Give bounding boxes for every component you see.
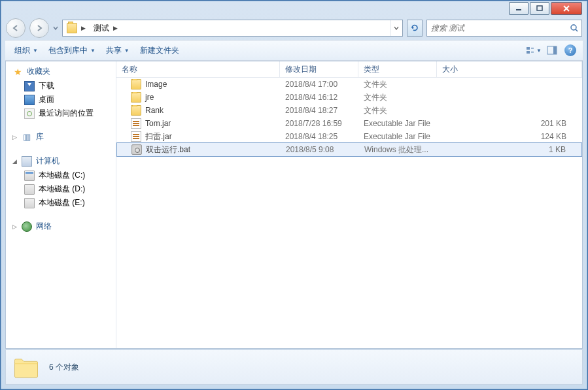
toolbar-new-folder[interactable]: 新建文件夹 (135, 42, 184, 59)
address-segment-current[interactable]: 测试 ▶ (90, 20, 122, 36)
file-date: 2018/7/28 16:59 (280, 119, 358, 128)
svg-rect-6 (531, 52, 534, 53)
folder-icon (67, 23, 77, 33)
file-row[interactable]: 扫雷.jar2018/8/4 18:25Executable Jar File1… (116, 130, 582, 143)
column-header-size[interactable]: 大小 (437, 61, 582, 77)
file-date: 2018/8/4 17:00 (280, 80, 358, 89)
network-icon (22, 221, 32, 232)
svg-rect-5 (531, 48, 534, 49)
explorer-window: ▶ 测试 ▶ 组织 ▼ 包含到库中 (0, 0, 588, 390)
recent-icon (24, 108, 35, 119)
sidebar-item-drive-c[interactable]: 本地磁盘 (C:) (6, 169, 116, 182)
library-icon: ▥ (22, 132, 32, 142)
maximize-button[interactable] (530, 2, 549, 15)
collapse-icon: ◢ (12, 158, 18, 165)
svg-rect-0 (516, 9, 521, 10)
column-header-type-label: 类型 (364, 64, 379, 75)
search-icon (570, 24, 579, 33)
expand-icon: ▷ (12, 223, 18, 230)
sidebar-computer-header[interactable]: ◢ 计算机 (6, 154, 116, 169)
sidebar-item-drive-e[interactable]: 本地磁盘 (E:) (6, 196, 116, 210)
folder-icon (131, 79, 141, 89)
chevron-down-icon: ▼ (124, 48, 130, 54)
column-header-row: 名称 修改日期 类型 大小 (116, 61, 582, 78)
file-list[interactable]: Image2018/8/4 17:00文件夹jre2018/8/4 16:12文… (116, 78, 582, 348)
drive-icon (24, 184, 35, 195)
sidebar-item-desktop[interactable]: 桌面 (6, 93, 116, 106)
client-area: ★ 收藏夹 下载 桌面 最近访问的位置 ▷ ▥ 库 (5, 61, 583, 349)
address-dropdown-button[interactable] (390, 20, 402, 36)
refresh-button[interactable] (407, 20, 423, 37)
sidebar-computer-label: 计算机 (36, 155, 60, 167)
minimize-button[interactable] (509, 2, 528, 15)
folder-large-icon (12, 353, 40, 381)
address-root-segment[interactable]: ▶ (63, 20, 90, 36)
sidebar-favorites-label: 收藏夹 (27, 66, 50, 77)
file-size: 124 KB (437, 132, 582, 141)
chevron-down-icon: ▼ (33, 48, 38, 54)
file-row[interactable]: 双击运行.bat2018/8/5 9:08Windows 批处理...1 KB (116, 142, 582, 157)
toolbar-organize-label: 组织 (14, 45, 30, 56)
view-options-button[interactable]: ▼ (525, 42, 542, 58)
file-row[interactable]: jre2018/8/4 16:12文件夹 (116, 91, 582, 104)
toolbar-organize[interactable]: 组织 ▼ (9, 42, 43, 59)
column-header-type[interactable]: 类型 (358, 61, 437, 77)
star-icon: ★ (12, 67, 23, 77)
toolbar-share-label: 共享 (106, 45, 122, 56)
svg-point-2 (571, 25, 576, 30)
file-name: Image (145, 80, 167, 89)
file-row[interactable]: Image2018/8/4 17:00文件夹 (116, 78, 582, 91)
drive-c-icon (24, 171, 35, 181)
details-summary: 6 个对象 (49, 362, 79, 373)
column-header-size-label: 大小 (442, 64, 458, 75)
file-date: 2018/8/4 18:27 (280, 106, 358, 115)
chevron-right-icon: ▶ (113, 25, 118, 31)
toolbar-share[interactable]: 共享 ▼ (101, 42, 135, 59)
file-row[interactable]: Tom.jar2018/7/28 16:59Executable Jar Fil… (116, 117, 582, 130)
sidebar-favorites-header[interactable]: ★ 收藏夹 (6, 64, 116, 79)
column-header-date[interactable]: 修改日期 (280, 61, 358, 77)
sidebar-item-label: 最近访问的位置 (39, 108, 94, 119)
file-name: 扫雷.jar (145, 131, 172, 142)
chevron-down-icon: ▼ (536, 48, 542, 54)
file-date: 2018/8/5 9:08 (281, 145, 359, 154)
search-box[interactable] (426, 20, 582, 37)
sidebar-item-label: 本地磁盘 (D:) (39, 184, 85, 195)
sidebar-item-recent[interactable]: 最近访问的位置 (6, 106, 116, 120)
toolbar-new-folder-label: 新建文件夹 (140, 45, 179, 56)
preview-pane-button[interactable] (544, 42, 561, 58)
sidebar-libraries-header[interactable]: ▷ ▥ 库 (6, 129, 116, 144)
sidebar[interactable]: ★ 收藏夹 下载 桌面 最近访问的位置 ▷ ▥ 库 (6, 61, 116, 348)
search-input[interactable] (430, 23, 570, 33)
arrow-left-icon (12, 24, 20, 32)
folder-icon (131, 92, 141, 103)
sidebar-item-label: 本地磁盘 (E:) (39, 197, 85, 208)
sidebar-item-label: 下载 (39, 80, 54, 91)
sidebar-network-header[interactable]: ▷ 网络 (6, 219, 116, 234)
column-header-name[interactable]: 名称 (116, 61, 280, 77)
file-date: 2018/8/4 16:12 (280, 93, 358, 102)
sidebar-item-label: 本地磁盘 (C:) (39, 170, 85, 181)
file-row[interactable]: Rank2018/8/4 18:27文件夹 (116, 104, 582, 117)
file-date: 2018/8/4 18:25 (280, 132, 358, 141)
file-type: Windows 批处理... (359, 144, 438, 155)
sidebar-network-label: 网络 (36, 221, 52, 232)
file-size: 1 KB (438, 145, 581, 154)
column-header-name-label: 名称 (122, 64, 137, 75)
nav-history-dropdown[interactable] (53, 25, 58, 31)
file-name: Rank (145, 106, 164, 115)
help-button[interactable]: ? (562, 42, 579, 58)
toolbar-include-in-library[interactable]: 包含到库中 ▼ (43, 42, 101, 59)
svg-rect-1 (537, 6, 542, 10)
file-pane: 名称 修改日期 类型 大小 Image2018/8/4 17:00文件夹jre2… (116, 61, 582, 348)
sidebar-item-drive-d[interactable]: 本地磁盘 (D:) (6, 182, 116, 196)
bat-icon (131, 144, 142, 155)
preview-pane-icon (547, 46, 557, 55)
sidebar-libraries-label: 库 (36, 131, 44, 142)
nav-forward-button[interactable] (29, 18, 49, 38)
address-bar[interactable]: ▶ 测试 ▶ (62, 20, 403, 37)
sidebar-item-downloads[interactable]: 下载 (6, 79, 116, 93)
nav-back-button[interactable] (6, 18, 26, 38)
close-button[interactable] (551, 2, 582, 15)
column-header-date-label: 修改日期 (285, 64, 317, 75)
